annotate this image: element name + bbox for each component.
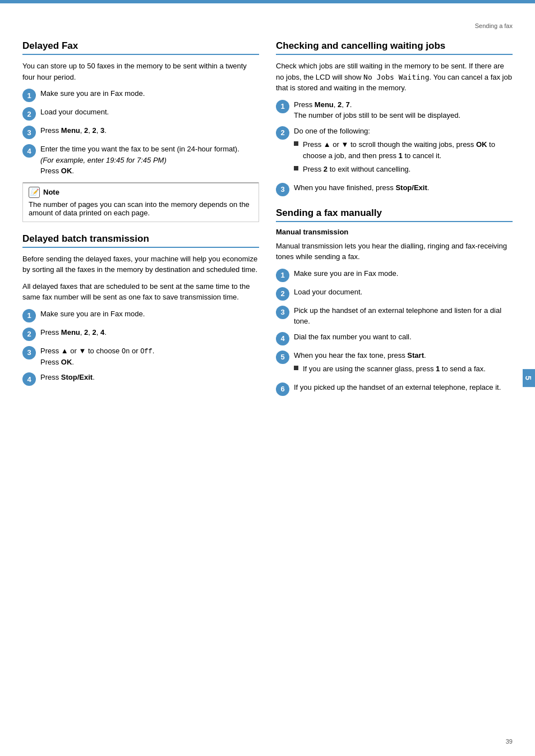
db-step-text-3: Press ▲ or ▼ to choose On or Off.Press O…	[40, 345, 154, 368]
right-column: Checking and cancelling waiting jobs Che…	[276, 40, 513, 407]
ms-step-2: 2 Load your document.	[276, 287, 513, 301]
checking-cancelling-title: Checking and cancelling waiting jobs	[276, 40, 513, 55]
manual-steps: 1 Make sure you are in Fax mode. 2 Load …	[276, 268, 513, 396]
bullet-square-2	[294, 166, 298, 170]
db-step-num-3: 3	[22, 346, 36, 359]
sending-manually-section: Sending a fax manually Manual transmissi…	[276, 208, 513, 396]
cc-step-text-1: Press Menu, 2, 7. The number of jobs sti…	[294, 99, 460, 121]
db-step-1: 1 Make sure you are in Fax mode.	[22, 308, 259, 322]
checking-cancelling-steps: 1 Press Menu, 2, 7. The number of jobs s…	[276, 99, 513, 196]
side-tab: 5	[523, 369, 535, 387]
ms-step-text-3: Pick up the handset of an external telep…	[294, 305, 513, 327]
checking-cancelling-section: Checking and cancelling waiting jobs Che…	[276, 40, 513, 196]
bullet-square-1	[294, 141, 298, 146]
delayed-batch-steps: 1 Make sure you are in Fax mode. 2 Press…	[22, 308, 259, 386]
page-number: 39	[506, 738, 513, 745]
ms-step-1: 1 Make sure you are in Fax mode.	[276, 268, 513, 282]
delayed-batch-para1: Before sending the delayed faxes, your m…	[22, 253, 259, 275]
cc-step-text-3: When you have finished, press Stop/Exit.	[294, 182, 429, 193]
step-num-2: 2	[22, 107, 36, 121]
ms-step-3: 3 Pick up the handset of an external tel…	[276, 305, 513, 327]
ms-bullet-square-1	[294, 366, 298, 370]
left-column: Delayed Fax You can store up to 50 faxes…	[22, 40, 259, 407]
sending-manually-title: Sending a fax manually	[276, 208, 513, 222]
cc-step-num-2: 2	[276, 126, 289, 140]
db-step-num-1: 1	[22, 309, 36, 322]
ms-step-text-2: Load your document.	[294, 287, 362, 298]
step-num-4: 4	[22, 144, 36, 158]
manual-transmission-subtitle: Manual transmission	[276, 228, 513, 236]
db-step-text-4: Press Stop/Exit.	[40, 372, 95, 383]
note-line	[23, 182, 259, 183]
ms-step-num-6: 6	[276, 382, 289, 396]
header-text: Sending a fax	[475, 22, 513, 29]
page: Sending a fax Delayed Fax You can store …	[0, 0, 535, 756]
manual-transmission-intro: Manual transmission lets you hear the di…	[276, 241, 513, 262]
step-4: 4 Enter the time you want the fax to be …	[22, 144, 259, 177]
delayed-fax-intro: You can store up to 50 faxes in the memo…	[22, 61, 259, 82]
cc-sub-bullets: Press ▲ or ▼ to scroll though the waitin…	[294, 139, 513, 175]
step-3: 3 Press Menu, 2, 2, 3.	[22, 125, 259, 139]
step-2: 2 Load your document.	[22, 107, 259, 121]
note-icon: 📝	[29, 187, 40, 198]
db-step-4: 4 Press Stop/Exit.	[22, 372, 259, 386]
ms-step-5: 5 When you hear the fax tone, press Star…	[276, 350, 513, 377]
db-step-3: 3 Press ▲ or ▼ to choose On or Off.Press…	[22, 345, 259, 368]
ms-step-text-1: Make sure you are in Fax mode.	[294, 268, 398, 279]
cc-bullet-text-1: Press ▲ or ▼ to scroll though the waitin…	[303, 139, 513, 161]
db-step-text-1: Make sure you are in Fax mode.	[40, 308, 145, 320]
page-header: Sending a fax	[22, 17, 513, 29]
note-label: Note	[43, 188, 59, 196]
ms-step-num-2: 2	[276, 287, 289, 301]
checking-cancelling-intro: Check which jobs are still waiting in th…	[276, 61, 513, 94]
ms-step-text-4: Dial the fax number you want to call.	[294, 331, 412, 343]
note-header: 📝 Note	[29, 187, 253, 198]
step-num-1: 1	[22, 89, 36, 102]
ms-step-num-3: 3	[276, 306, 289, 319]
cc-step-2: 2 Do one of the following: Press ▲ or ▼ …	[276, 126, 513, 178]
ms-step-text-6: If you picked up the handset of an exter…	[294, 382, 501, 393]
db-step-num-4: 4	[22, 372, 36, 386]
db-step-num-2: 2	[22, 328, 36, 341]
step-text-1: Make sure you are in Fax mode.	[40, 88, 145, 99]
delayed-batch-section: Delayed batch transmission Before sendin…	[22, 233, 259, 386]
step-num-3: 3	[22, 126, 36, 139]
ms-sub-bullets: If you are using the scanner glass, pres…	[294, 363, 486, 375]
ms-step-num-4: 4	[276, 332, 289, 345]
cc-step-num-1: 1	[276, 100, 289, 113]
side-tab-number: 5	[524, 376, 533, 380]
delayed-batch-para2: All delayed faxes that are scheduled to …	[22, 281, 259, 303]
ms-step-num-5: 5	[276, 351, 289, 364]
db-step-2: 2 Press Menu, 2, 2, 4.	[22, 327, 259, 341]
cc-bullet-text-2: Press 2 to exit without cancelling.	[303, 164, 411, 175]
ms-bullet-text-1: If you are using the scanner glass, pres…	[303, 363, 486, 375]
ms-step-6: 6 If you picked up the handset of an ext…	[276, 382, 513, 396]
step-text-2: Load your document.	[40, 107, 109, 118]
note-box: 📝 Note The number of pages you can scan …	[22, 182, 259, 222]
step-text-3: Press Menu, 2, 2, 3.	[40, 125, 107, 136]
delayed-fax-title: Delayed Fax	[22, 40, 259, 55]
step-1: 1 Make sure you are in Fax mode.	[22, 88, 259, 102]
ms-step-text-5: When you hear the fax tone, press Start.…	[294, 350, 486, 377]
delayed-fax-section: Delayed Fax You can store up to 50 faxes…	[22, 40, 259, 222]
note-text: The number of pages you can scan into th…	[29, 200, 253, 217]
delayed-batch-title: Delayed batch transmission	[22, 233, 259, 248]
cc-step-1: 1 Press Menu, 2, 7. The number of jobs s…	[276, 99, 513, 121]
cc-step-3: 3 When you have finished, press Stop/Exi…	[276, 182, 513, 196]
cc-bullet-2: Press 2 to exit without cancelling.	[294, 164, 513, 175]
main-content: Delayed Fax You can store up to 50 faxes…	[22, 40, 513, 407]
cc-bullet-1: Press ▲ or ▼ to scroll though the waitin…	[294, 139, 513, 161]
step-text-4: Enter the time you want the fax to be se…	[40, 144, 239, 177]
top-bar	[0, 0, 535, 3]
ms-step-num-1: 1	[276, 269, 289, 282]
db-step-text-2: Press Menu, 2, 2, 4.	[40, 327, 107, 338]
cc-step-text-2: Do one of the following: Press ▲ or ▼ to…	[294, 126, 513, 178]
delayed-fax-steps: 1 Make sure you are in Fax mode. 2 Load …	[22, 88, 259, 177]
ms-step-4: 4 Dial the fax number you want to call.	[276, 331, 513, 345]
cc-step-num-3: 3	[276, 183, 289, 196]
ms-bullet-1: If you are using the scanner glass, pres…	[294, 363, 486, 375]
